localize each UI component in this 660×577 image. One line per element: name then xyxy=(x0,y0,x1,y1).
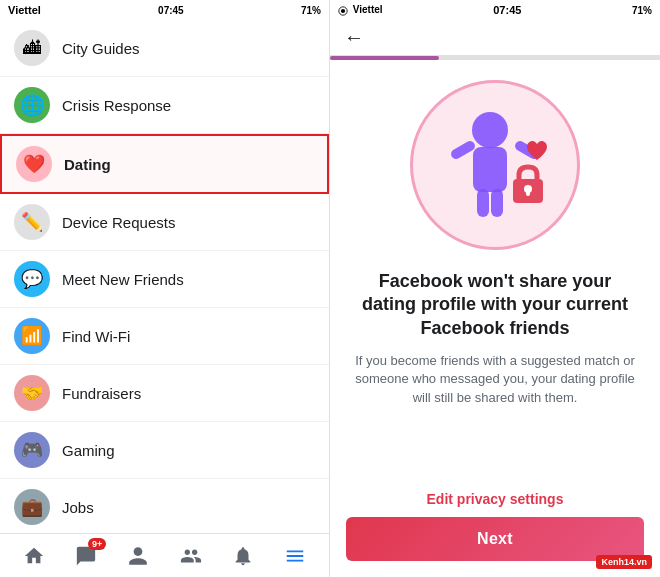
jobs-icon: 💼 xyxy=(14,489,50,525)
status-bar-left: Viettel 07:45 71% xyxy=(0,0,329,20)
nav-item-fundraisers[interactable]: 🤝 Fundraisers xyxy=(0,365,329,422)
bottom-menu-icon[interactable] xyxy=(281,542,309,570)
jobs-label: Jobs xyxy=(62,499,94,516)
bottom-bar-left: 9+ xyxy=(0,533,329,577)
nav-item-find-wifi[interactable]: 📶 Find Wi-Fi xyxy=(0,308,329,365)
left-panel: Viettel 07:45 71% 🏙 City Guides 🌐 Crisis… xyxy=(0,0,330,577)
time-display-right: 07:45 xyxy=(493,4,521,16)
messages-badge: 9+ xyxy=(88,538,106,550)
city-guides-icon: 🏙 xyxy=(14,30,50,66)
dating-label: Dating xyxy=(64,156,111,173)
gaming-label: Gaming xyxy=(62,442,115,459)
back-button[interactable]: ← xyxy=(344,26,364,49)
nav-item-jobs[interactable]: 💼 Jobs xyxy=(0,479,329,533)
svg-rect-7 xyxy=(491,189,503,217)
bottom-home-icon[interactable] xyxy=(20,542,48,570)
nav-item-gaming[interactable]: 🎮 Gaming xyxy=(0,422,329,479)
bottom-notifications-icon[interactable] xyxy=(229,542,257,570)
watermark: Kenh14.vn xyxy=(596,555,652,569)
svg-point-1 xyxy=(341,9,345,13)
right-panel: Viettel 07:45 71% ← xyxy=(330,0,660,577)
bottom-groups-icon[interactable] xyxy=(177,542,205,570)
fundraisers-icon: 🤝 xyxy=(14,375,50,411)
nav-item-crisis-response[interactable]: 🌐 Crisis Response xyxy=(0,77,329,134)
svg-point-2 xyxy=(472,112,508,148)
right-content: Facebook won't share your dating profile… xyxy=(330,60,660,517)
bottom-messages-icon[interactable]: 9+ xyxy=(72,542,100,570)
nav-item-city-guides[interactable]: 🏙 City Guides xyxy=(0,20,329,77)
meet-new-friends-label: Meet New Friends xyxy=(62,271,184,288)
illustration-container xyxy=(410,80,580,250)
status-icons-left: 71% xyxy=(301,5,321,16)
edit-privacy-link[interactable]: Edit privacy settings xyxy=(427,491,564,517)
status-bar-right: Viettel 07:45 71% xyxy=(330,0,660,20)
time-display-left: 07:45 xyxy=(158,5,184,16)
carrier-right: Viettel xyxy=(338,4,383,15)
right-subtitle: If you become friends with a suggested m… xyxy=(354,352,636,407)
time-left: Viettel xyxy=(8,4,41,16)
right-title: Facebook won't share your dating profile… xyxy=(354,270,636,340)
device-requests-icon: ✏️ xyxy=(14,204,50,240)
bottom-profile-icon[interactable] xyxy=(124,542,152,570)
meet-new-friends-icon: 💬 xyxy=(14,261,50,297)
battery-right: 71% xyxy=(632,5,652,16)
device-requests-label: Device Requests xyxy=(62,214,175,231)
battery-left: 71% xyxy=(301,5,321,16)
nav-item-meet-new-friends[interactable]: 💬 Meet New Friends xyxy=(0,251,329,308)
fundraisers-label: Fundraisers xyxy=(62,385,141,402)
nav-list: 🏙 City Guides 🌐 Crisis Response ❤️ Datin… xyxy=(0,20,329,533)
dating-icon: ❤️ xyxy=(16,146,52,182)
crisis-response-icon: 🌐 xyxy=(14,87,50,123)
svg-rect-10 xyxy=(526,189,530,196)
crisis-response-label: Crisis Response xyxy=(62,97,171,114)
find-wifi-label: Find Wi-Fi xyxy=(62,328,130,345)
svg-rect-6 xyxy=(477,189,489,217)
nav-item-dating[interactable]: ❤️ Dating xyxy=(0,134,329,194)
svg-rect-4 xyxy=(449,139,477,161)
right-header: ← xyxy=(330,20,660,56)
status-icons-right: 71% xyxy=(632,5,652,16)
gaming-icon: 🎮 xyxy=(14,432,50,468)
svg-rect-3 xyxy=(473,147,507,192)
nav-item-device-requests[interactable]: ✏️ Device Requests xyxy=(0,194,329,251)
find-wifi-icon: 📶 xyxy=(14,318,50,354)
city-guides-label: City Guides xyxy=(62,40,140,57)
